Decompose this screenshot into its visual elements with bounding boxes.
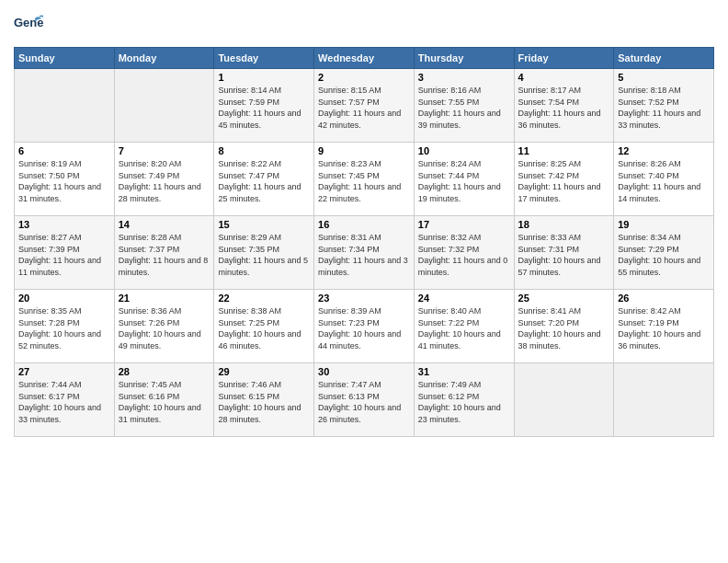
day-number: 10 [418,145,510,156]
calendar-cell: 28Sunrise: 7:45 AM Sunset: 6:16 PM Dayli… [114,363,214,437]
day-info: Sunrise: 8:39 AM Sunset: 7:23 PM Dayligh… [318,305,410,351]
day-info: Sunrise: 8:29 AM Sunset: 7:35 PM Dayligh… [218,232,310,278]
calendar-cell: 29Sunrise: 7:46 AM Sunset: 6:15 PM Dayli… [214,363,314,437]
calendar-cell: 24Sunrise: 8:40 AM Sunset: 7:22 PM Dayli… [414,290,514,363]
day-number: 22 [218,293,310,304]
header: Gene [14,9,714,40]
weekday-header-friday: Friday [514,48,614,69]
calendar-cell: 4Sunrise: 8:17 AM Sunset: 7:54 PM Daylig… [514,69,614,143]
calendar-cell [15,69,115,143]
calendar-cell: 8Sunrise: 8:22 AM Sunset: 7:47 PM Daylig… [214,143,314,216]
calendar-body: 1Sunrise: 8:14 AM Sunset: 7:59 PM Daylig… [15,69,714,437]
day-number: 19 [618,219,710,230]
day-info: Sunrise: 8:42 AM Sunset: 7:19 PM Dayligh… [618,305,710,351]
calendar-table: SundayMondayTuesdayWednesdayThursdayFrid… [14,47,714,437]
day-number: 12 [618,145,710,156]
calendar-cell: 7Sunrise: 8:20 AM Sunset: 7:49 PM Daylig… [114,143,214,216]
day-number: 5 [618,72,710,83]
day-info: Sunrise: 8:24 AM Sunset: 7:44 PM Dayligh… [418,158,510,204]
day-number: 18 [518,219,610,230]
day-number: 24 [418,293,510,304]
day-info: Sunrise: 8:38 AM Sunset: 7:25 PM Dayligh… [218,305,310,351]
day-number: 16 [318,219,410,230]
calendar-cell: 15Sunrise: 8:29 AM Sunset: 7:35 PM Dayli… [214,216,314,290]
calendar-week-4: 20Sunrise: 8:35 AM Sunset: 7:28 PM Dayli… [15,290,714,363]
calendar-cell: 19Sunrise: 8:34 AM Sunset: 7:29 PM Dayli… [614,216,714,290]
day-number: 17 [418,219,510,230]
day-info: Sunrise: 8:17 AM Sunset: 7:54 PM Dayligh… [518,85,610,131]
calendar-cell: 26Sunrise: 8:42 AM Sunset: 7:19 PM Dayli… [614,290,714,363]
calendar-cell: 31Sunrise: 7:49 AM Sunset: 6:12 PM Dayli… [414,363,514,437]
weekday-header-sunday: Sunday [15,48,115,69]
day-info: Sunrise: 8:40 AM Sunset: 7:22 PM Dayligh… [418,305,510,351]
calendar-cell: 16Sunrise: 8:31 AM Sunset: 7:34 PM Dayli… [314,216,415,290]
calendar-cell: 13Sunrise: 8:27 AM Sunset: 7:39 PM Dayli… [15,216,115,290]
calendar-cell: 27Sunrise: 7:44 AM Sunset: 6:17 PM Dayli… [15,363,115,437]
day-number: 28 [119,366,210,377]
calendar-cell: 20Sunrise: 8:35 AM Sunset: 7:28 PM Dayli… [15,290,115,363]
calendar-cell: 11Sunrise: 8:25 AM Sunset: 7:42 PM Dayli… [514,143,614,216]
day-number: 21 [119,293,210,304]
day-number: 9 [318,145,410,156]
calendar-cell: 5Sunrise: 8:18 AM Sunset: 7:52 PM Daylig… [614,69,714,143]
calendar-cell: 18Sunrise: 8:33 AM Sunset: 7:31 PM Dayli… [514,216,614,290]
day-info: Sunrise: 8:23 AM Sunset: 7:45 PM Dayligh… [318,158,410,204]
day-number: 25 [518,293,610,304]
day-number: 27 [18,366,110,377]
day-info: Sunrise: 8:27 AM Sunset: 7:39 PM Dayligh… [18,232,110,278]
day-number: 3 [418,72,510,83]
day-info: Sunrise: 7:44 AM Sunset: 6:17 PM Dayligh… [18,379,110,425]
calendar-cell: 10Sunrise: 8:24 AM Sunset: 7:44 PM Dayli… [414,143,514,216]
day-number: 30 [318,366,410,377]
day-info: Sunrise: 8:20 AM Sunset: 7:49 PM Dayligh… [119,158,210,204]
day-info: Sunrise: 8:32 AM Sunset: 7:32 PM Dayligh… [418,232,510,278]
calendar-cell: 23Sunrise: 8:39 AM Sunset: 7:23 PM Dayli… [314,290,415,363]
day-number: 2 [318,72,410,83]
calendar-cell: 21Sunrise: 8:36 AM Sunset: 7:26 PM Dayli… [114,290,214,363]
day-info: Sunrise: 8:34 AM Sunset: 7:29 PM Dayligh… [618,232,710,278]
day-number: 15 [218,219,310,230]
day-number: 26 [618,293,710,304]
day-info: Sunrise: 7:49 AM Sunset: 6:12 PM Dayligh… [418,379,510,425]
logo-icon: Gene [14,14,43,40]
calendar-header: SundayMondayTuesdayWednesdayThursdayFrid… [15,48,714,69]
day-number: 4 [518,72,610,83]
calendar-cell: 25Sunrise: 8:41 AM Sunset: 7:20 PM Dayli… [514,290,614,363]
calendar-week-1: 1Sunrise: 8:14 AM Sunset: 7:59 PM Daylig… [15,69,714,143]
day-info: Sunrise: 8:31 AM Sunset: 7:34 PM Dayligh… [318,232,410,278]
calendar-cell [114,69,214,143]
day-info: Sunrise: 8:15 AM Sunset: 7:57 PM Dayligh… [318,85,410,131]
weekday-header-thursday: Thursday [414,48,514,69]
calendar-week-3: 13Sunrise: 8:27 AM Sunset: 7:39 PM Dayli… [15,216,714,290]
day-info: Sunrise: 8:16 AM Sunset: 7:55 PM Dayligh… [418,85,510,131]
day-info: Sunrise: 8:14 AM Sunset: 7:59 PM Dayligh… [218,85,310,131]
day-info: Sunrise: 8:25 AM Sunset: 7:42 PM Dayligh… [518,158,610,204]
calendar-cell [614,363,714,437]
day-info: Sunrise: 7:46 AM Sunset: 6:15 PM Dayligh… [218,379,310,425]
day-number: 31 [418,366,510,377]
page: Gene SundayMondayTuesdayWednesdayThursda… [0,0,728,563]
calendar-cell: 12Sunrise: 8:26 AM Sunset: 7:40 PM Dayli… [614,143,714,216]
day-info: Sunrise: 8:22 AM Sunset: 7:47 PM Dayligh… [218,158,310,204]
logo: Gene [14,14,47,40]
weekday-header-saturday: Saturday [614,48,714,69]
calendar-week-2: 6Sunrise: 8:19 AM Sunset: 7:50 PM Daylig… [15,143,714,216]
day-number: 8 [218,145,310,156]
day-number: 14 [119,219,210,230]
calendar-cell: 2Sunrise: 8:15 AM Sunset: 7:57 PM Daylig… [314,69,415,143]
calendar-cell: 1Sunrise: 8:14 AM Sunset: 7:59 PM Daylig… [214,69,314,143]
calendar-week-5: 27Sunrise: 7:44 AM Sunset: 6:17 PM Dayli… [15,363,714,437]
day-info: Sunrise: 8:41 AM Sunset: 7:20 PM Dayligh… [518,305,610,351]
day-info: Sunrise: 8:18 AM Sunset: 7:52 PM Dayligh… [618,85,710,131]
day-number: 13 [18,219,110,230]
day-number: 6 [18,145,110,156]
calendar-cell: 30Sunrise: 7:47 AM Sunset: 6:13 PM Dayli… [314,363,415,437]
calendar-cell: 17Sunrise: 8:32 AM Sunset: 7:32 PM Dayli… [414,216,514,290]
weekday-row: SundayMondayTuesdayWednesdayThursdayFrid… [15,48,714,69]
calendar-cell: 14Sunrise: 8:28 AM Sunset: 7:37 PM Dayli… [114,216,214,290]
day-info: Sunrise: 8:36 AM Sunset: 7:26 PM Dayligh… [119,305,210,351]
day-info: Sunrise: 8:35 AM Sunset: 7:28 PM Dayligh… [18,305,110,351]
day-number: 11 [518,145,610,156]
day-number: 23 [318,293,410,304]
day-number: 7 [119,145,210,156]
